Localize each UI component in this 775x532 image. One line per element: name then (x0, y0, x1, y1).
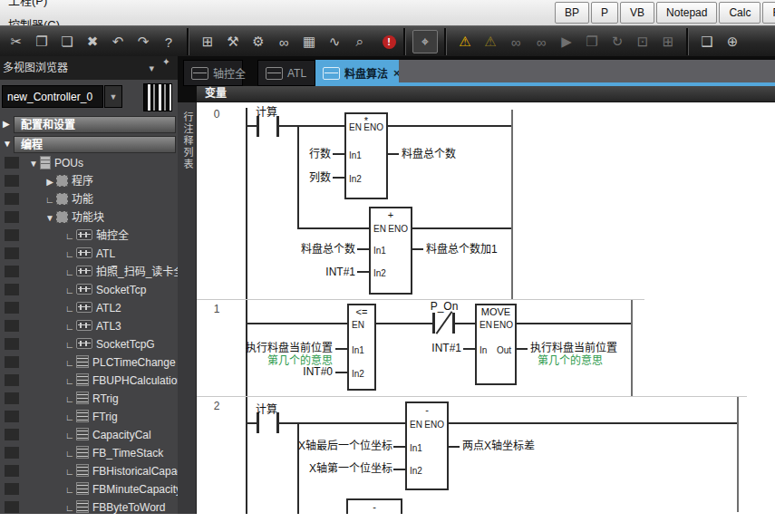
expander-icon[interactable]: ∟ (63, 372, 76, 391)
expander-icon[interactable]: ∟ (63, 264, 76, 282)
notepad-button[interactable]: Notepad (656, 2, 717, 24)
fb-atl[interactable]: ∟ATL (0, 245, 178, 263)
expander-icon[interactable]: ∟ (63, 445, 76, 463)
expander-icon[interactable]: ∟ (63, 227, 76, 246)
transfer-icon[interactable]: ❐ (580, 31, 604, 53)
error-list-icon[interactable]: ! (377, 31, 401, 53)
contact-operand[interactable]: 计算 (244, 103, 289, 119)
calc-button[interactable]: Calc (719, 2, 760, 24)
fb-sockettcp[interactable]: ∟SocketTcp (0, 281, 178, 299)
pou-functions[interactable]: ∟功能 (0, 190, 178, 208)
search-icon[interactable]: ⌕ (348, 31, 372, 53)
operand-in2[interactable]: INT#0 (224, 365, 333, 378)
tab-tray-algorithm[interactable]: 料盘算法 × (315, 60, 399, 86)
watch-window-icon[interactable]: ∞ (272, 31, 295, 53)
fit-view-icon[interactable]: ❑ (695, 31, 719, 53)
simulation-icon[interactable]: ⌖ (412, 30, 438, 53)
operand-out[interactable]: 料盘总个数加1 (426, 243, 498, 256)
expander-icon[interactable]: ▼ (44, 209, 56, 227)
fb-fbuphcalculation[interactable]: ∟FBUPHCalculation (0, 372, 178, 390)
section-config-label[interactable]: 配置和设置 (14, 116, 176, 133)
operand-out[interactable]: 料盘总个数 (402, 148, 456, 160)
rung-number[interactable]: 2 (197, 400, 237, 412)
expander-icon[interactable]: ∟ (63, 300, 76, 318)
fb-atl2[interactable]: ∟ATL2 (0, 299, 178, 317)
fb-rtrig[interactable]: ∟RTrig (0, 390, 178, 408)
fb-axis-ctrl[interactable]: ∟轴控全 (0, 227, 178, 245)
bp-button[interactable]: BP (555, 2, 589, 24)
fb-subtract-2[interactable]: - (346, 498, 402, 514)
fb-multiply[interactable]: * EN ENO In1 In2 (344, 112, 388, 199)
rebuild-icon[interactable]: ⚙ (247, 31, 270, 53)
section-config[interactable]: ▶ 配置和设置 (0, 116, 178, 134)
expander-icon[interactable]: ∟ (63, 318, 76, 336)
fb-atl3[interactable]: ∟ATL3 (0, 317, 178, 335)
operand-in1[interactable]: 料盘总个数 (283, 243, 355, 256)
watch-remove-icon[interactable]: ∞ (529, 31, 553, 53)
operand-out[interactable]: 两点X轴坐标差 (462, 440, 535, 452)
expander-icon[interactable]: ∟ (63, 282, 76, 300)
expander-icon[interactable]: ∟ (63, 427, 76, 445)
operand-in1[interactable]: X轴最后一个位坐标 (278, 440, 392, 452)
rung-number[interactable]: 1 (197, 303, 237, 315)
cut-icon[interactable]: ✂ (5, 31, 28, 53)
fb-ftrig[interactable]: ∟FTrig (0, 408, 178, 426)
delete-icon[interactable]: ✖ (81, 31, 104, 53)
operand-in[interactable]: INT#1 (405, 342, 461, 354)
paste-icon[interactable]: ❏ (55, 31, 79, 53)
expander-icon[interactable]: ∟ (63, 463, 76, 481)
fb-fbminutecapacity[interactable]: ∟FBMinuteCapacity (0, 480, 178, 498)
fb-less-equal[interactable]: <= EN In1 In2 (347, 304, 376, 391)
operand-in2[interactable]: X轴第一个位坐标 (278, 462, 392, 475)
controller-select[interactable]: new_Controller_0 (2, 85, 103, 108)
sync-icon[interactable]: ↻ (605, 31, 629, 53)
expander-icon[interactable]: ∟ (63, 336, 76, 354)
watch-table-icon[interactable]: ▦ (297, 31, 321, 53)
run-icon[interactable]: ▶ (555, 31, 578, 53)
menu-project[interactable]: 工程(P) (0, 0, 68, 13)
folder-button[interactable]: Folder (762, 2, 775, 24)
p-button[interactable]: P (591, 2, 618, 24)
rung-comment-list-tab[interactable]: 行注释列表 (178, 102, 197, 514)
help-icon[interactable]: ? (157, 31, 180, 53)
operand-in1[interactable]: 行数 (251, 148, 331, 160)
contact-operand[interactable]: P_On (421, 300, 467, 313)
expander-icon[interactable]: ∟ (63, 499, 76, 514)
expander-icon[interactable]: ∟ (63, 409, 76, 427)
pin-icon[interactable]: ✦ (162, 56, 170, 67)
operand-in2[interactable]: 列数 (251, 171, 331, 184)
fb-fbhistoricalcapac[interactable]: ∟FBHistoricalCapac (0, 462, 178, 480)
zoom-in-icon[interactable]: ⊕ (721, 31, 744, 53)
expander-icon[interactable]: ∟ (63, 246, 76, 264)
expander-icon[interactable]: ∟ (63, 354, 76, 372)
operand-in2[interactable]: INT#1 (283, 266, 355, 278)
expander-icon[interactable]: ▼ (27, 155, 40, 173)
pou-root[interactable]: ▼POUs (0, 154, 178, 172)
fb-fb-timestack[interactable]: ∟FB_TimeStack (0, 444, 178, 462)
pou-programs[interactable]: ▶程序 (0, 172, 178, 190)
tab-axis-ctrl[interactable]: 轴控全 (183, 60, 243, 86)
fb-add[interactable]: + EN ENO In1 In2 (369, 207, 412, 295)
controller-select-arrow[interactable]: ▼ (104, 85, 122, 108)
redo-icon[interactable]: ↷ (131, 31, 155, 53)
vb-button[interactable]: VB (620, 2, 654, 24)
undo-icon[interactable]: ↶ (106, 31, 130, 53)
collapse-arrow-icon[interactable]: ▶ (3, 119, 10, 129)
fb-photo-scan[interactable]: ∟拍照_扫码_读卡全 (0, 263, 178, 281)
export-window-icon[interactable]: ⊞ (196, 31, 219, 53)
chevron-down-icon[interactable]: ▾ (149, 56, 154, 80)
ladder-canvas[interactable]: 0 计算 * EN ENO In1 In2 行数 列数 料盘总个数 (197, 102, 775, 514)
fb-sockettcpg[interactable]: ∟SocketTcpG (0, 335, 178, 353)
monitor-pair-icon[interactable]: ⊞ (656, 31, 680, 53)
io-monitor-icon[interactable]: ∿ (323, 31, 346, 53)
warning-off-icon[interactable]: ⚠ (479, 31, 502, 53)
expander-icon[interactable]: ∟ (63, 481, 76, 499)
online-watch-icon[interactable]: ∞ (504, 31, 528, 53)
fb-move[interactable]: MOVE EN ENO In Out (475, 304, 517, 385)
fb-fbbytetoword[interactable]: ∟FBByteToWord (0, 498, 178, 514)
collapse-arrow-icon[interactable]: ▼ (3, 139, 12, 149)
fb-capacitycal[interactable]: ∟CapacityCal (0, 426, 178, 444)
expander-icon[interactable]: ∟ (63, 391, 76, 409)
expander-icon[interactable]: ∟ (44, 191, 56, 209)
operand-out[interactable]: 执行料盘当前位置 (530, 342, 617, 354)
